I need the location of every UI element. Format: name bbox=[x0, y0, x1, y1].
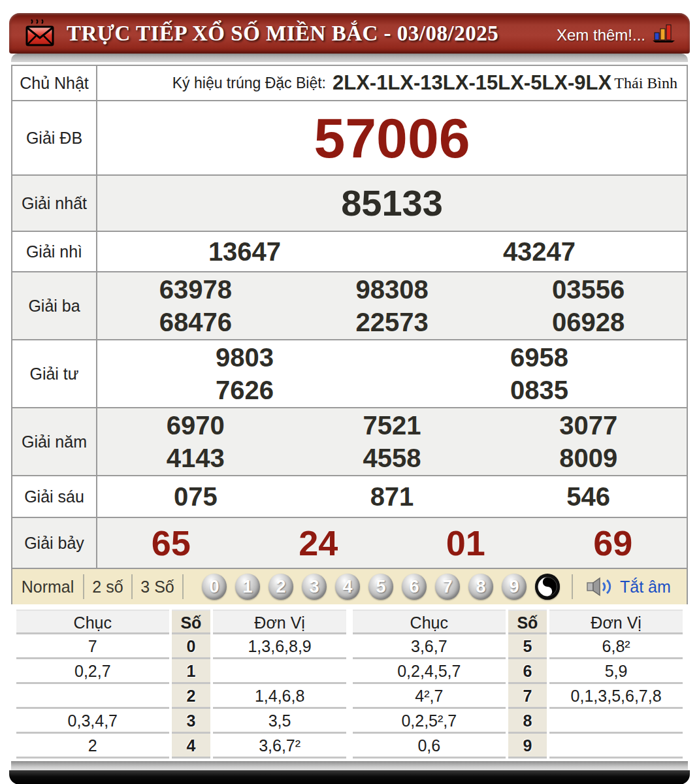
prize-number: 43247 bbox=[392, 235, 687, 268]
digit-ball-2[interactable]: 2 bbox=[268, 574, 293, 600]
digit-cell: 6 bbox=[508, 659, 547, 684]
tens-cell: 0,2,7 bbox=[16, 659, 169, 684]
table-row-first-prize: Giải nhất 85133 bbox=[12, 176, 687, 232]
loto-stats-table-right: Chục Số Đơn Vị 3,6,7 5 6,8² 0,2,4,5,7 6 … bbox=[353, 610, 683, 759]
digit-ball-9[interactable]: 9 bbox=[502, 574, 527, 600]
prize-number: 075 bbox=[97, 480, 294, 513]
digit-cell: 2 bbox=[172, 684, 211, 709]
lottery-widget: TRỰC TIẾP XỔ SỐ MIỀN BẮC - 03/08/2025 Xe… bbox=[9, 13, 690, 784]
tens-cell: 0,2,5²,7 bbox=[353, 709, 506, 734]
mute-label: Tắt âm bbox=[620, 578, 671, 596]
tens-cell: 0,3,4,7 bbox=[16, 709, 169, 734]
column-header-tens: Chục bbox=[16, 610, 169, 634]
digit-ball-row: 0 1 2 3 4 5 6 7 8 9 bbox=[202, 574, 560, 600]
digit-cell: 1 bbox=[172, 659, 211, 684]
units-cell: 3,5 bbox=[213, 709, 346, 734]
tens-cell: 7 bbox=[16, 634, 169, 659]
tens-cell: 3,6,7 bbox=[353, 634, 506, 659]
yin-yang-ball[interactable] bbox=[535, 574, 560, 600]
prize-number: 8009 bbox=[490, 442, 687, 474]
digit-ball-7[interactable]: 7 bbox=[435, 574, 460, 600]
seventh-prize-number: 24 bbox=[245, 521, 393, 564]
prize-number: 871 bbox=[294, 480, 491, 513]
results-table: Chủ Nhật Ký hiệu trúng Đặc Biệt: 2LX-1LX… bbox=[11, 65, 688, 569]
prize-number: 7626 bbox=[97, 374, 392, 406]
digit-ball-3[interactable]: 3 bbox=[302, 574, 327, 600]
prize-label: Giải năm bbox=[12, 408, 97, 475]
tens-cell: 0,6 bbox=[353, 734, 506, 759]
digit-cell: 0 bbox=[172, 634, 211, 659]
units-cell: 3,6,7² bbox=[213, 734, 346, 759]
prize-label: Giải tư bbox=[12, 340, 97, 407]
bar-chart-icon[interactable] bbox=[652, 22, 675, 44]
table-row-fifth-prize: Giải năm 6970 7521 3077 4143 4558 8009 bbox=[12, 408, 687, 476]
divider bbox=[572, 574, 573, 599]
prize-number: 0835 bbox=[392, 374, 687, 406]
units-cell: 0,1,3,5,6,7,8 bbox=[549, 684, 683, 709]
special-sign-label: Ký hiệu trúng Đặc Biệt: bbox=[172, 74, 326, 92]
tens-cell: 4²,7 bbox=[353, 684, 506, 709]
prize-label: Giải nhì bbox=[12, 232, 97, 271]
table-row-second-prize: Giải nhì 13647 43247 bbox=[12, 232, 687, 272]
prize-number: 13647 bbox=[97, 235, 392, 268]
prize-number: 546 bbox=[490, 480, 687, 513]
table-row-fourth-prize: Giải tư 9803 6958 7626 0835 bbox=[12, 340, 687, 408]
loto-stats-section: Chục Số Đơn Vị 7 0 1,3,6,8,9 0,2,7 1 2 1… bbox=[11, 604, 688, 760]
table-row-special-prize: Giải ĐB 57006 bbox=[12, 101, 687, 176]
mode-button-3-digits[interactable]: 3 Số bbox=[133, 578, 182, 596]
seventh-prize-number: 65 bbox=[97, 521, 245, 564]
weekday-label: Chủ Nhật bbox=[12, 66, 97, 100]
units-cell bbox=[213, 659, 346, 684]
special-prize-number: 57006 bbox=[97, 105, 687, 171]
divider bbox=[182, 574, 184, 599]
table-row-info: Chủ Nhật Ký hiệu trúng Đặc Biệt: 2LX-1LX… bbox=[12, 66, 687, 101]
page-title: TRỰC TIẾP XỔ SỐ MIỀN BẮC - 03/08/2025 bbox=[67, 22, 498, 46]
prize-label: Giải nhất bbox=[12, 176, 97, 231]
seventh-prize-number: 69 bbox=[540, 521, 687, 564]
column-header-digit: Số bbox=[172, 610, 211, 634]
column-header-digit: Số bbox=[508, 610, 547, 634]
mute-button[interactable]: Tắt âm bbox=[586, 576, 671, 597]
prize-number: 4558 bbox=[294, 442, 491, 474]
digit-cell: 7 bbox=[508, 684, 547, 709]
digit-ball-5[interactable]: 5 bbox=[368, 574, 393, 600]
control-bar: Normal 2 số 3 Số 0 1 2 3 4 5 6 7 8 9 bbox=[11, 569, 688, 604]
digit-cell: 9 bbox=[508, 734, 547, 759]
column-header-units: Đơn Vị bbox=[549, 610, 683, 634]
units-cell bbox=[549, 709, 683, 734]
envelope-icon bbox=[24, 17, 56, 50]
tens-cell bbox=[16, 684, 169, 709]
prize-number: 3077 bbox=[490, 409, 687, 442]
tens-cell: 0,2,4,5,7 bbox=[353, 659, 506, 684]
table-row-sixth-prize: Giải sáu 075 871 546 bbox=[12, 476, 687, 518]
digit-ball-0[interactable]: 0 bbox=[202, 574, 227, 600]
digit-ball-6[interactable]: 6 bbox=[402, 574, 427, 600]
prize-number: 6970 bbox=[97, 409, 294, 442]
column-header-units: Đơn Vị bbox=[213, 610, 346, 634]
seventh-prize-number: 01 bbox=[392, 521, 540, 564]
province-name: Thái Bình bbox=[614, 74, 677, 92]
table-row-seventh-prize: Giải bảy 65 24 01 69 bbox=[12, 518, 687, 568]
digit-ball-1[interactable]: 1 bbox=[235, 574, 260, 600]
digit-cell: 4 bbox=[172, 734, 211, 759]
loto-stats-table-left: Chục Số Đơn Vị 7 0 1,3,6,8,9 0,2,7 1 2 1… bbox=[16, 610, 346, 759]
table-row-third-prize: Giải ba 63978 98308 03556 68476 22573 06… bbox=[12, 272, 687, 340]
units-cell: 1,3,6,8,9 bbox=[213, 634, 346, 659]
speaker-icon bbox=[586, 576, 615, 597]
digit-ball-8[interactable]: 8 bbox=[468, 574, 493, 600]
footer-bar bbox=[9, 770, 690, 784]
units-cell: 1,4,6,8 bbox=[213, 684, 346, 709]
footer-divider bbox=[11, 761, 688, 770]
prize-number: 06928 bbox=[490, 306, 687, 338]
see-more-link[interactable]: Xem thêm!... bbox=[557, 26, 645, 44]
prize-label: Giải bảy bbox=[12, 518, 97, 568]
mode-button-normal[interactable]: Normal bbox=[12, 578, 83, 596]
units-cell: 5,9 bbox=[549, 659, 683, 684]
prize-number: 68476 bbox=[97, 306, 294, 338]
prize-number: 4143 bbox=[97, 442, 294, 474]
digit-cell: 5 bbox=[508, 634, 547, 659]
digit-ball-4[interactable]: 4 bbox=[335, 574, 360, 600]
units-cell bbox=[549, 734, 683, 759]
mode-button-2-digits[interactable]: 2 số bbox=[84, 578, 131, 596]
prize-number: 7521 bbox=[294, 409, 491, 442]
